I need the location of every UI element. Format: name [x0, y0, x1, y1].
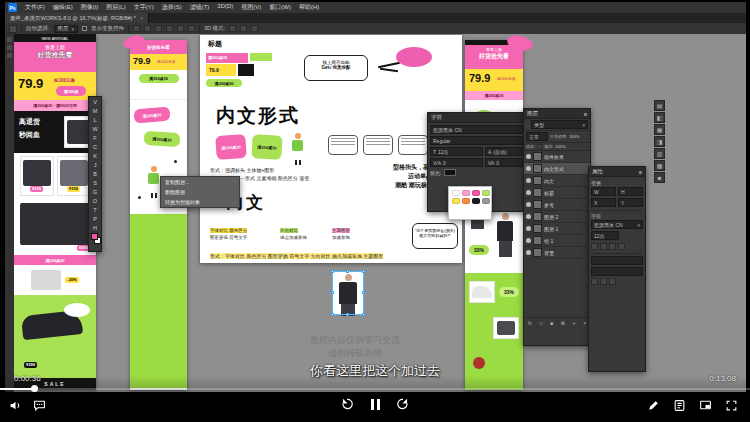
menu-item[interactable]: 帮助(H): [295, 3, 323, 12]
align-text-center-icon[interactable]: [600, 243, 607, 250]
font-family-select[interactable]: 思源黑体 CN▾: [430, 125, 538, 134]
fullscreen-icon[interactable]: [724, 398, 738, 412]
blend-mode-select[interactable]: 正常: [526, 132, 548, 141]
tool-button[interactable]: O: [89, 196, 101, 205]
dock-panel-icon[interactable]: ▤: [654, 100, 665, 111]
tool-button[interactable]: C: [89, 142, 101, 151]
props-size-field[interactable]: 12点: [591, 231, 619, 240]
props-icon[interactable]: [591, 278, 598, 285]
menu-item[interactable]: 滤镜(T): [186, 3, 214, 12]
layer-thumbnail[interactable]: [533, 236, 542, 245]
height-field[interactable]: H: [618, 187, 643, 196]
panel-menu-icon[interactable]: ≡: [639, 169, 642, 175]
mini-player-icon[interactable]: [698, 398, 712, 412]
foreground-color-swatch[interactable]: [91, 233, 98, 240]
layer-row[interactable]: 组 1: [524, 235, 590, 247]
layer-row[interactable]: 内文形式: [524, 163, 590, 175]
layer-visibility-icon[interactable]: [526, 226, 531, 231]
tool-button[interactable]: J: [89, 160, 101, 169]
layers-footer-icon[interactable]: ⊞: [561, 320, 565, 326]
align-bottom-icon[interactable]: [188, 25, 195, 32]
artboard-banner-left[interactable]: NEW ARRIVAL 春夏上新 好货抢先看 79.9 抢100元券 满300减…: [14, 34, 96, 390]
layer-thumbnail[interactable]: [533, 224, 542, 233]
artboard-main[interactable]: 标题 满300减30 79.9 满300减30 线上商店也能 Get√ 完美搭配: [200, 35, 462, 263]
layer-thumbnail[interactable]: [533, 188, 542, 197]
align-text-left-icon[interactable]: [591, 243, 598, 250]
layers-footer-icon[interactable]: ■: [550, 320, 553, 326]
menu-item[interactable]: 文字(Y): [130, 3, 158, 12]
forward-icon[interactable]: [396, 397, 410, 411]
layer-visibility-icon[interactable]: [526, 238, 531, 243]
volume-icon[interactable]: [8, 398, 22, 412]
notes-icon[interactable]: [672, 398, 686, 412]
canvas-area[interactable]: 教程内容仅供学习交流 请勿转载商用 NEW ARRIVAL 春夏上新 好货抢先看…: [5, 34, 746, 392]
tab-close-icon[interactable]: ×: [140, 15, 143, 21]
menu-item[interactable]: 图层(L): [102, 3, 129, 12]
3d-mode-icon[interactable]: [240, 25, 247, 32]
align-top-icon[interactable]: [166, 25, 173, 32]
dock-panel-icon[interactable]: ◧: [654, 112, 665, 123]
fill-value[interactable]: 100%: [555, 144, 565, 149]
text-color-swatch[interactable]: [444, 169, 456, 176]
menu-item[interactable]: 选择(S): [158, 3, 186, 12]
dock-panel-icon[interactable]: ▦: [654, 124, 665, 135]
auto-select-dropdown[interactable]: 图层▾: [54, 25, 79, 33]
props-icon[interactable]: [609, 278, 616, 285]
layer-row[interactable]: 内文: [524, 175, 590, 187]
opacity-value[interactable]: 100%: [569, 134, 579, 139]
tool-button[interactable]: W: [89, 124, 101, 133]
context-menu-item[interactable]: 转换为智能对象: [161, 197, 239, 207]
tool-button[interactable]: K: [89, 151, 101, 160]
layer-visibility-icon[interactable]: [526, 190, 531, 195]
progress-bar[interactable]: [0, 388, 750, 390]
show-transform-checkbox[interactable]: [82, 26, 87, 31]
props-font-select[interactable]: 思源黑体 CN▾: [591, 220, 643, 229]
tool-button[interactable]: G: [89, 187, 101, 196]
layers-footer-icon[interactable]: □: [539, 320, 542, 326]
layer-row[interactable]: 背景: [524, 247, 590, 259]
context-menu-item[interactable]: 复制图层...: [161, 177, 239, 187]
layer-row[interactable]: 最终效果: [524, 151, 590, 163]
tool-button[interactable]: F: [89, 133, 101, 142]
layers-footer-icon[interactable]: fx: [528, 320, 532, 326]
layer-thumbnail[interactable]: [533, 176, 542, 185]
layer-thumbnail[interactable]: [533, 200, 542, 209]
props-icon[interactable]: [600, 278, 607, 285]
menu-item[interactable]: 3D(D): [213, 3, 237, 12]
panel-menu-icon[interactable]: ≡: [584, 111, 587, 117]
width-field[interactable]: W: [591, 187, 616, 196]
menu-item[interactable]: 窗口(W): [265, 3, 295, 12]
align-right-icon[interactable]: [155, 25, 162, 32]
kerning-field[interactable]: V/A0: [430, 158, 483, 167]
tool-button[interactable]: S: [89, 178, 101, 187]
layer-visibility-icon[interactable]: [526, 166, 531, 171]
dock-panel-icon[interactable]: ◨: [654, 136, 665, 147]
layer-visibility-icon[interactable]: [526, 214, 531, 219]
layer-thumbnail[interactable]: [533, 212, 542, 221]
menu-item[interactable]: 编辑(E): [49, 3, 77, 12]
dock-panel-icon[interactable]: ▥: [654, 148, 665, 159]
pause-button[interactable]: [368, 397, 382, 411]
color-swatch-control[interactable]: [89, 232, 101, 246]
tool-button[interactable]: T: [89, 205, 101, 214]
properties-panel-tab[interactable]: 属性: [592, 168, 603, 175]
layer-row[interactable]: 图层 2: [524, 211, 590, 223]
layers-footer-icon[interactable]: +: [573, 320, 576, 326]
3d-mode-icon[interactable]: [229, 25, 236, 32]
layer-filter-select[interactable]: 类型▾: [531, 120, 588, 129]
layer-row[interactable]: 标题: [524, 187, 590, 199]
3d-mode-icon[interactable]: [251, 25, 258, 32]
tool-button[interactable]: B: [89, 169, 101, 178]
context-menu-item[interactable]: 删除图层: [161, 187, 239, 197]
layer-row[interactable]: 参考: [524, 199, 590, 211]
danmaku-comment-icon[interactable]: [32, 398, 46, 412]
layer-thumbnail[interactable]: [533, 152, 542, 161]
y-field[interactable]: Y: [618, 198, 643, 207]
layer-visibility-icon[interactable]: [526, 202, 531, 207]
font-size-field[interactable]: T12点: [430, 147, 483, 156]
tool-button[interactable]: M: [89, 106, 101, 115]
layers-panel-tab[interactable]: 图层: [527, 110, 538, 117]
x-field[interactable]: X: [591, 198, 616, 207]
align-left-icon[interactable]: [133, 25, 140, 32]
align-middle-icon[interactable]: [177, 25, 184, 32]
